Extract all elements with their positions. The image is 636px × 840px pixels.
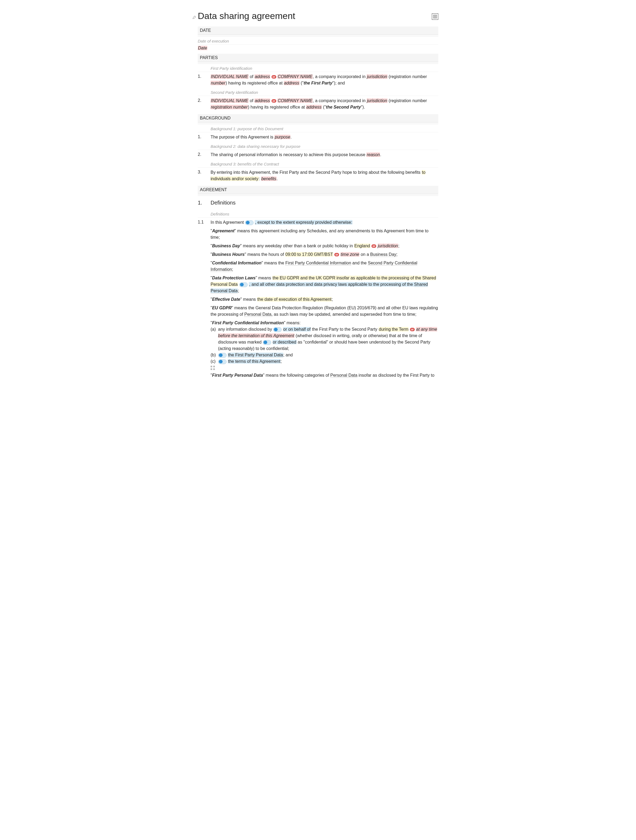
second-party-label: the Second Party (326, 105, 361, 109)
placeholder-reg-number-2[interactable]: registration number (211, 105, 248, 109)
note-bg1: Background 1: purpose of this Document (211, 124, 438, 132)
section-header-date: DATE (198, 27, 438, 35)
placeholder-address-1a[interactable]: address (254, 74, 270, 79)
section-header-parties: PARTIES (198, 54, 438, 62)
option-during-term[interactable]: during the Term (379, 327, 409, 332)
placeholder-date[interactable]: Date (198, 46, 207, 50)
conditional-on-behalf[interactable]: or on behalf of (283, 327, 311, 332)
or-badge[interactable]: or (271, 75, 276, 79)
party-row-2: 2. INDIVIDUAL NAME of address or COMPANY… (198, 96, 438, 112)
conditional-fpci-c[interactable]: the terms of this Agreement (228, 359, 280, 363)
def-fppd: "First Party Personal Data" means the fo… (211, 372, 438, 379)
def-agreement: "Agreement" means this agreement includi… (211, 228, 438, 241)
conditional-intro[interactable]: , except to the extent expressly provide… (255, 220, 353, 224)
option-england[interactable]: England (354, 243, 370, 248)
link-personal-data-2[interactable]: Personal Data (330, 373, 357, 378)
or-badge[interactable]: or (372, 244, 376, 248)
placeholder-jurisdiction-2[interactable]: jurisdiction (367, 98, 387, 103)
page-title: Data sharing agreement (198, 11, 438, 21)
placeholder-benefits[interactable]: benefits (261, 177, 277, 181)
clause-number-1-1: 1.1 (198, 219, 211, 381)
def-business-day: "Business Day" means any weekday other t… (211, 243, 438, 249)
placeholder-individual-name-1[interactable]: INDIVIDUAL NAME (211, 74, 249, 79)
placeholder-reason[interactable]: reason (366, 152, 380, 157)
toggle-fpci-a1[interactable] (273, 327, 282, 332)
def-dpl: "Data Protection Laws" means the EU GDPR… (211, 275, 438, 294)
section-header-background: BACKGROUND (198, 114, 438, 122)
toggle-fpci-c[interactable] (218, 359, 227, 364)
placeholder-timezone[interactable]: time zone (340, 252, 359, 257)
background-row-1: 1. The purpose of this Agreement is purp… (198, 132, 438, 142)
add-item-icon[interactable] (211, 366, 215, 370)
def-effective-date: "Effective Date" means the date of execu… (211, 296, 438, 303)
note-definitions: Definitions (211, 210, 438, 217)
placeholder-address-1b[interactable]: address (284, 81, 299, 85)
or-badge[interactable]: or (271, 99, 276, 103)
party-row-1: 1. INDIVIDUAL NAME of address or COMPANY… (198, 72, 438, 88)
link-business-day[interactable]: Business Day (370, 252, 396, 257)
placeholder-bd-jurisdiction[interactable]: jurisdiction (378, 243, 398, 248)
placeholder-address-2b[interactable]: address (306, 105, 322, 109)
or-badge[interactable]: or (334, 253, 339, 256)
placeholder-jurisdiction-1[interactable]: jurisdiction (367, 74, 387, 79)
toggle-intro[interactable] (245, 220, 253, 225)
party-number-1: 1. (198, 74, 211, 86)
note-bg3: Background 3: benefits of the Contract (211, 159, 438, 167)
placeholder-address-2a[interactable]: address (254, 98, 270, 103)
def-fpci: "First Party Confidential Information" m… (211, 320, 438, 370)
document-outline-icon[interactable] (432, 13, 438, 20)
placeholder-individual-name-2[interactable]: INDIVIDUAL NAME (211, 98, 249, 103)
first-party-label: the First Party (304, 81, 332, 85)
clause-number-1: 1. (198, 200, 211, 206)
party-number-2: 2. (198, 98, 211, 111)
placeholder-company-name-2[interactable]: COMPANY NAME (277, 98, 313, 103)
note-bg2: Background 2: data sharing necessary for… (211, 142, 438, 150)
sub-letter-a: (a) (211, 326, 218, 352)
toggle-fpci-a2[interactable] (263, 340, 271, 345)
sub-letter-c: (c) (211, 358, 218, 365)
conditional-or-described[interactable]: or described (272, 340, 297, 344)
background-row-2: 2. The sharing of personal information i… (198, 150, 438, 159)
link-fp-confidential[interactable]: First Party Confidential Information (285, 261, 351, 265)
conditional-fpci-b[interactable]: the First Party Personal Data (228, 353, 283, 357)
note-party1: First Party identification (211, 64, 438, 72)
placeholder-number-1[interactable]: number (211, 81, 225, 85)
option-effective-date[interactable]: the date of execution of this Agreement (257, 297, 332, 302)
toggle-fpci-b[interactable] (218, 353, 227, 358)
def-confidential-info: "Confidential Information" means the Fir… (211, 260, 438, 273)
edit-icon[interactable] (192, 16, 196, 19)
option-hours[interactable]: 09:00 to 17:00 GMT/BST (285, 252, 333, 257)
toggle-dpl[interactable] (239, 282, 248, 287)
note-date: Date of execution (198, 36, 438, 44)
or-badge[interactable]: or (410, 328, 415, 331)
clause-title-definitions: Definitions (211, 200, 235, 206)
placeholder-company-name-1[interactable]: COMPANY NAME (277, 74, 313, 79)
note-party2: Second Party identification (211, 88, 438, 96)
placeholder-purpose[interactable]: purpose (274, 135, 290, 139)
sub-letter-b: (b) (211, 352, 218, 358)
section-header-agreement: AGREEMENT (198, 186, 438, 194)
def-business-hours: "Business Hours" means the hours of 09:0… (211, 251, 438, 258)
def-eu-gdpr: "EU GDPR" means the General Data Protect… (211, 305, 438, 317)
link-personal-data[interactable]: Personal Data (244, 312, 271, 317)
background-row-3: 3. By entering into this Agreement, the … (198, 167, 438, 184)
